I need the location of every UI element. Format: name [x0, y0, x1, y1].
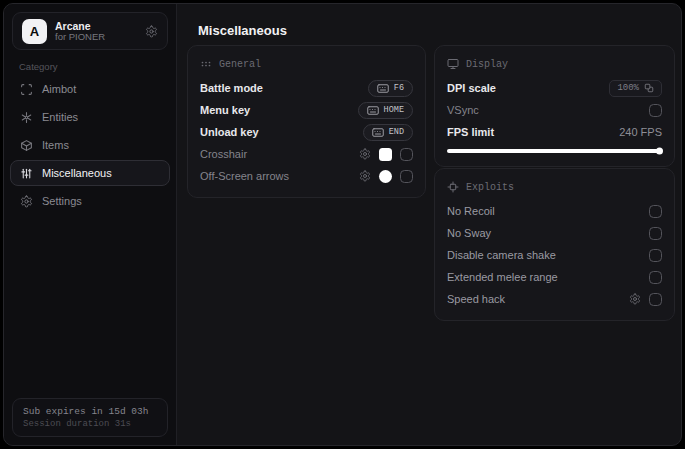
- sidebar-item-items[interactable]: Items: [10, 132, 170, 158]
- screen: A Arcane for PIONER Category Aimbot: [0, 0, 685, 449]
- panel-display-header: Display: [447, 54, 662, 74]
- category-label: Category: [19, 61, 58, 72]
- sidebar-item-label: Items: [42, 139, 69, 151]
- keyboard-icon: [372, 128, 384, 137]
- keybind-button[interactable]: F6: [368, 80, 413, 97]
- panel-display: Display DPI scale 100% VSync FPS limit 2…: [434, 45, 675, 167]
- target-box-icon: [447, 181, 459, 193]
- sliders-icon: [20, 167, 33, 180]
- sidebar-item-miscellaneous[interactable]: Miscellaneous: [10, 160, 170, 186]
- scan-icon: [20, 83, 33, 96]
- checkbox[interactable]: [400, 148, 413, 161]
- setting-row-vsync: VSync: [447, 99, 662, 121]
- session-duration-text: Session duration 31s: [23, 419, 157, 429]
- dpi-scale-value: 100%: [617, 83, 639, 93]
- slider-track: [447, 149, 662, 153]
- setting-row-fps-limit: FPS limit 240 FPS: [447, 121, 662, 143]
- brand-title: Arcane: [55, 20, 137, 32]
- gear-icon: [20, 195, 33, 208]
- main-content: Miscellaneous General Battle mode F6 Men…: [178, 4, 681, 445]
- grid-dots-icon: [200, 58, 212, 70]
- app-window: A Arcane for PIONER Category Aimbot: [3, 3, 682, 446]
- dpi-scale-button[interactable]: 100%: [609, 80, 662, 97]
- setting-label: Crosshair: [200, 148, 359, 160]
- checkbox[interactable]: [649, 227, 662, 240]
- setting-label: VSync: [447, 104, 649, 116]
- entities-icon: [20, 111, 33, 124]
- checkbox[interactable]: [400, 170, 413, 183]
- checkbox[interactable]: [649, 104, 662, 117]
- color-swatch[interactable]: [379, 170, 392, 183]
- sidebar-item-label: Entities: [42, 111, 78, 123]
- setting-label: Extended melee range: [447, 271, 649, 283]
- panel-header-label: General: [219, 59, 261, 70]
- setting-row-disable-camera-shake: Disable camera shake: [447, 244, 662, 266]
- setting-row-offscreen-arrows: Off-Screen arrows: [200, 165, 413, 187]
- panel-exploits: Exploits No Recoil No Sway Disable camer…: [434, 168, 675, 321]
- sidebar-item-settings[interactable]: Settings: [10, 188, 170, 214]
- sidebar-item-label: Miscellaneous: [42, 167, 112, 179]
- setting-row-no-sway: No Sway: [447, 222, 662, 244]
- slider-knob[interactable]: [656, 148, 663, 155]
- checkbox[interactable]: [649, 205, 662, 218]
- fps-slider[interactable]: [447, 146, 662, 156]
- scaling-icon: [644, 83, 654, 93]
- brand-text: Arcane for PIONER: [55, 20, 137, 43]
- setting-row-unload-key: Unload key END: [200, 121, 413, 143]
- sidebar-nav: Aimbot Entities Items Miscellaneous: [10, 76, 170, 214]
- setting-label: No Recoil: [447, 205, 649, 217]
- keybind-button[interactable]: END: [363, 124, 413, 141]
- panel-exploits-header: Exploits: [447, 177, 662, 197]
- sub-expiry-text: Sub expires in 15d 03h: [23, 406, 157, 417]
- gear-icon[interactable]: [629, 293, 641, 305]
- panel-header-label: Exploits: [466, 182, 514, 193]
- checkbox[interactable]: [649, 293, 662, 306]
- subscription-card: Sub expires in 15d 03h Session duration …: [12, 398, 168, 437]
- gear-icon[interactable]: [359, 170, 371, 182]
- setting-label: FPS limit: [447, 126, 619, 138]
- keyboard-icon: [367, 106, 379, 115]
- sidebar-item-entities[interactable]: Entities: [10, 104, 170, 130]
- gear-icon[interactable]: [145, 25, 158, 38]
- keybind-label: END: [389, 127, 404, 137]
- setting-label: Disable camera shake: [447, 249, 649, 261]
- keyboard-icon: [377, 84, 389, 93]
- keybind-label: HOME: [384, 105, 404, 115]
- setting-label: Unload key: [200, 126, 363, 138]
- keybind-button[interactable]: HOME: [358, 102, 413, 119]
- setting-row-no-recoil: No Recoil: [447, 200, 662, 222]
- gear-icon[interactable]: [359, 148, 371, 160]
- sidebar-item-aimbot[interactable]: Aimbot: [10, 76, 170, 102]
- brand-card: A Arcane for PIONER: [12, 12, 168, 50]
- package-icon: [20, 139, 33, 152]
- setting-row-crosshair: Crosshair: [200, 143, 413, 165]
- sidebar-item-label: Settings: [42, 195, 82, 207]
- setting-label: Off-Screen arrows: [200, 170, 359, 182]
- setting-label: Speed hack: [447, 293, 629, 305]
- setting-row-speed-hack: Speed hack: [447, 288, 662, 310]
- setting-label: Battle mode: [200, 82, 368, 94]
- monitor-icon: [447, 58, 459, 70]
- setting-label: No Sway: [447, 227, 649, 239]
- checkbox[interactable]: [649, 249, 662, 262]
- panel-general-header: General: [200, 54, 413, 74]
- panel-header-label: Display: [466, 59, 508, 70]
- setting-label: DPI scale: [447, 82, 609, 94]
- keybind-label: F6: [394, 83, 404, 93]
- setting-label: Menu key: [200, 104, 358, 116]
- page-title: Miscellaneous: [198, 23, 287, 38]
- setting-row-menu-key: Menu key HOME: [200, 99, 413, 121]
- brand-subtitle: for PIONER: [55, 32, 137, 43]
- sidebar: A Arcane for PIONER Category Aimbot: [4, 4, 177, 445]
- color-swatch[interactable]: [379, 148, 392, 161]
- setting-row-dpi-scale: DPI scale 100%: [447, 77, 662, 99]
- checkbox[interactable]: [649, 271, 662, 284]
- brand-logo: A: [22, 19, 47, 44]
- slider-fill: [447, 149, 662, 153]
- setting-row-battle-mode: Battle mode F6: [200, 77, 413, 99]
- sidebar-item-label: Aimbot: [42, 83, 76, 95]
- fps-limit-value: 240 FPS: [619, 126, 662, 138]
- panel-general: General Battle mode F6 Menu key HOME Unl…: [187, 45, 426, 198]
- setting-row-extended-melee-range: Extended melee range: [447, 266, 662, 288]
